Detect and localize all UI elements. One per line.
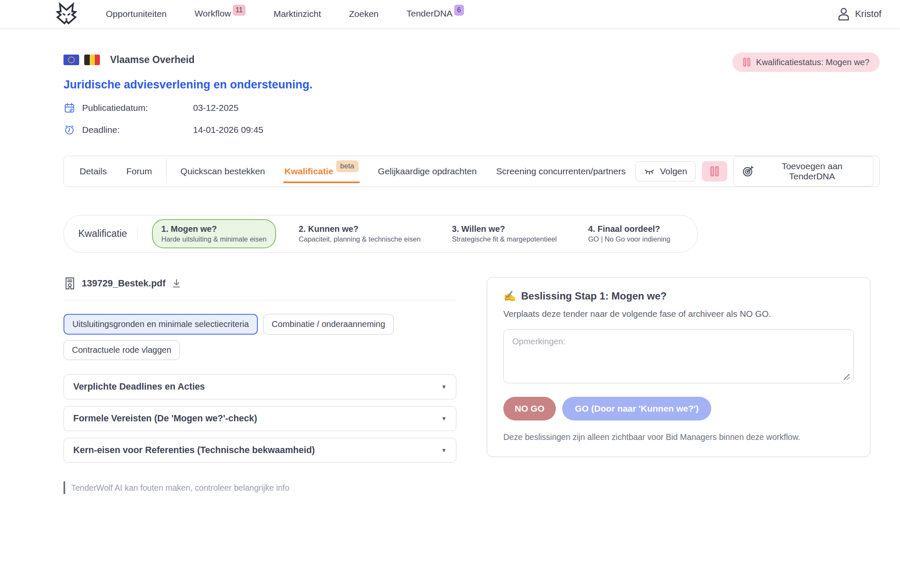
- disclaimer-bar: [63, 481, 65, 494]
- accordion-kern-eisen-referenties[interactable]: Kern-eisen voor Referenties (Technische …: [63, 438, 456, 463]
- go-button[interactable]: GO (Door naar 'Kunnen we?'): [562, 397, 711, 420]
- tab-details[interactable]: Details: [70, 156, 116, 187]
- ai-disclaimer: TenderWolf AI kan fouten maken, controle…: [63, 481, 456, 494]
- pause-status-button[interactable]: [702, 161, 727, 181]
- deadline-value: 14-01-2026 09:45: [193, 125, 263, 135]
- belgium-flag-icon: [84, 55, 100, 65]
- decision-note: Deze beslissingen zijn alleen zichtbaar …: [503, 432, 854, 442]
- user-name: Kristof: [855, 8, 881, 19]
- toevoegen-tenderdna-button[interactable]: Toevoegen aan TenderDNA: [734, 156, 873, 187]
- step-1-mogen-we[interactable]: 1. Mogen we? Harde uitsluiting & minimal…: [152, 219, 276, 248]
- writing-hand-emoji-icon: ✍️: [503, 290, 516, 302]
- tab-quickscan-bestekken[interactable]: Quickscan bestekken: [171, 156, 275, 187]
- chip-combinatie-onderaanneming[interactable]: Combinatie / onderaanneming: [263, 314, 394, 335]
- steps-label: Kwalificatie: [78, 228, 138, 239]
- pause-icon: [710, 165, 720, 177]
- no-go-button[interactable]: NO GO: [503, 397, 556, 420]
- tender-header: Vlaamse Overheid Juridische adviesverlen…: [63, 54, 880, 135]
- tender-page: Vlaamse Overheid Juridische adviesverlen…: [0, 54, 900, 494]
- accordion-list: Verplichte Deadlines en Acties ▼ Formele…: [63, 374, 456, 463]
- tab-actions: Volgen: [635, 156, 873, 187]
- beta-badge: beta: [336, 160, 359, 172]
- decision-buttons: NO GO GO (Door naar 'Kunnen we?'): [503, 397, 854, 420]
- tab-kwalificatie[interactable]: Kwalificatie beta: [275, 156, 368, 187]
- document-filename[interactable]: 139729_Bestek.pdf: [82, 278, 166, 289]
- tender-title[interactable]: Juridische adviesverlening en ondersteun…: [63, 78, 880, 91]
- user-icon: [837, 7, 850, 21]
- chip-uitsluitingsgronden[interactable]: Uitsluitingsgronden en minimale selectie…: [63, 314, 258, 335]
- step-3-willen-we[interactable]: 3. Willen we? Strategische fit & margepo…: [444, 220, 566, 247]
- opmerkingen-textarea[interactable]: [503, 329, 854, 383]
- clock-icon: [63, 124, 75, 135]
- decision-title: Beslissing Stap 1: Mogen we?: [521, 290, 667, 302]
- tab-divider: [166, 159, 166, 184]
- user-menu[interactable]: Kristof: [837, 7, 881, 21]
- document-row: 139729_Bestek.pdf: [63, 277, 456, 290]
- qualification-status-badge: Kwalificatiestatus: Mogen we?: [732, 52, 880, 72]
- deadline-row: Deadline: 14-01-2026 09:45: [63, 124, 880, 135]
- disclaimer-text: TenderWolf AI kan fouten maken, controle…: [71, 483, 290, 493]
- decision-column: ✍️ Beslissing Stap 1: Mogen we? Verplaat…: [487, 277, 870, 457]
- publication-date-value: 03-12-2025: [193, 103, 238, 113]
- certificate-document-icon: [64, 277, 75, 290]
- deadline-label: Deadline:: [82, 125, 193, 135]
- top-navigation: Opportuniteiten Workflow11 Marktinzicht …: [0, 0, 900, 28]
- calendar-icon: [63, 102, 75, 113]
- divider: [63, 300, 456, 300]
- eu-flag-icon: [63, 55, 79, 65]
- qualification-steps: Kwalificatie 1. Mogen we? Harde uitsluit…: [63, 215, 698, 253]
- tenderwolf-logo-icon[interactable]: [54, 1, 81, 27]
- target-dart-icon: [742, 165, 754, 177]
- content-columns: 139729_Bestek.pdf Uitsluitingsgronden en…: [63, 277, 880, 494]
- publication-date-row: Publicatiedatum: 03-12-2025: [63, 102, 880, 113]
- chevron-down-icon: ▼: [441, 384, 447, 390]
- eye-closed-icon: [644, 167, 655, 176]
- tab-screening-concurrenten[interactable]: Screening concurrenten/partners: [486, 156, 635, 187]
- chip-contractuele-rode-vlaggen[interactable]: Contractuele rode vlaggen: [63, 340, 180, 360]
- decision-subtitle: Verplaats deze tender naar de volgende f…: [503, 309, 854, 319]
- analysis-column: 139729_Bestek.pdf Uitsluitingsgronden en…: [63, 277, 456, 494]
- comment-box: [503, 329, 854, 385]
- decision-title-row: ✍️ Beslissing Stap 1: Mogen we?: [503, 290, 854, 302]
- download-icon[interactable]: [172, 278, 181, 289]
- nav-opportuniteiten[interactable]: Opportuniteiten: [106, 9, 167, 19]
- chevron-down-icon: ▼: [441, 415, 447, 422]
- volgen-button[interactable]: Volgen: [635, 161, 696, 181]
- topic-chips: Uitsluitingsgronden en minimale selectie…: [63, 314, 456, 360]
- tenderdna-count-badge: 6: [454, 5, 464, 16]
- accordion-formele-vereisten[interactable]: Formele Vereisten (De 'Mogen we?'-check)…: [63, 406, 456, 431]
- decision-card: ✍️ Beslissing Stap 1: Mogen we? Verplaat…: [487, 277, 870, 457]
- tab-bar: Details Forum Quickscan bestekken Kwalif…: [63, 156, 880, 187]
- step-2-kunnen-we[interactable]: 2. Kunnen we? Capaciteit, planning & tec…: [290, 220, 429, 247]
- nav-tenderdna[interactable]: TenderDNA6: [406, 8, 464, 20]
- tab-forum[interactable]: Forum: [116, 156, 162, 187]
- organization-name: Vlaamse Overheid: [110, 54, 194, 66]
- nav-zoeken[interactable]: Zoeken: [349, 9, 378, 19]
- main-nav: Opportuniteiten Workflow11 Marktinzicht …: [106, 8, 464, 20]
- publication-date-label: Publicatiedatum:: [82, 103, 193, 113]
- pause-icon: [743, 57, 751, 67]
- step-4-finaal-oordeel[interactable]: 4. Finaal oordeel? GO | No Go voor indie…: [580, 220, 679, 247]
- nav-workflow[interactable]: Workflow11: [195, 8, 246, 20]
- nav-marktinzicht[interactable]: Marktinzicht: [273, 9, 321, 19]
- workflow-count-badge: 11: [233, 5, 246, 16]
- status-badge-text: Kwalificatiestatus: Mogen we?: [756, 58, 870, 67]
- chevron-down-icon: ▼: [441, 447, 447, 453]
- accordion-verplichte-deadlines[interactable]: Verplichte Deadlines en Acties ▼: [63, 374, 456, 399]
- tab-gelijkaardige-opdrachten[interactable]: Gelijkaardige opdrachten: [368, 156, 486, 187]
